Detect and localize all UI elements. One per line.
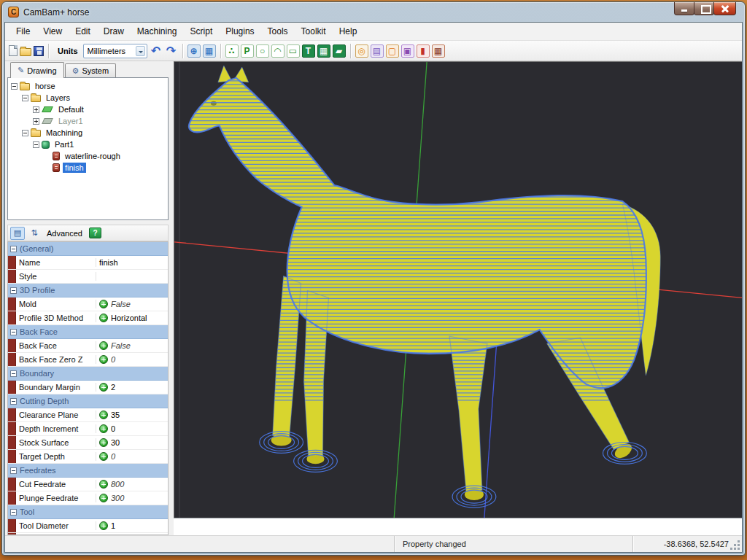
default-value-toggle-icon[interactable] (99, 494, 108, 502)
menu-item-draw[interactable]: Draw (97, 24, 131, 39)
draw-arc-button[interactable]: ◠ (271, 44, 285, 58)
menu-item-plugins[interactable]: Plugins (219, 24, 260, 39)
collapse-icon[interactable] (10, 246, 17, 252)
mop-pocket-button[interactable]: ▤ (371, 44, 384, 58)
collapse-icon[interactable] (10, 398, 17, 405)
property-value[interactable]: 1 (96, 519, 168, 532)
property-value[interactable]: 0 (96, 353, 168, 366)
property-row-depth-increment[interactable]: Depth Increment0 (8, 422, 168, 436)
save-file-button[interactable] (34, 46, 44, 56)
mop-lathe-button[interactable]: ▮ (417, 44, 430, 58)
tree-item-horse[interactable]: horse (8, 80, 168, 92)
default-value-toggle-icon[interactable] (99, 314, 108, 322)
property-row-profile-3d-method[interactable]: Profile 3D MethodHorizontal (8, 311, 168, 325)
draw-points-button[interactable]: ∴ (225, 44, 239, 58)
property-row-back-face[interactable]: Back FaceFalse (8, 339, 168, 353)
default-value-toggle-icon[interactable] (99, 300, 108, 308)
property-category--general-[interactable]: (General) (8, 242, 168, 256)
collapse-icon[interactable] (10, 287, 17, 294)
tree-item-layer1[interactable]: Layer1 (8, 115, 168, 127)
default-value-toggle-icon[interactable] (99, 452, 108, 461)
default-value-toggle-icon[interactable] (99, 411, 108, 419)
menu-item-script[interactable]: Script (184, 24, 220, 39)
sort-alphabetical-button[interactable]: ⇅ (27, 227, 42, 240)
mop-profile-button[interactable]: ▢ (386, 44, 399, 58)
collapse-icon[interactable] (11, 83, 18, 90)
grid-toggle-button[interactable]: ▦ (203, 44, 216, 58)
property-category-tool[interactable]: Tool (8, 505, 168, 519)
draw-region-button[interactable]: ▰ (333, 44, 346, 58)
draw-circle-button[interactable]: ○ (256, 44, 269, 58)
collapse-icon[interactable] (22, 95, 28, 101)
tree-item-layers[interactable]: Layers (8, 92, 168, 104)
default-value-toggle-icon[interactable] (99, 480, 108, 489)
menu-item-toolkit[interactable]: Toolkit (295, 24, 333, 39)
tree-item-machining[interactable]: Machining (8, 127, 168, 139)
minimize-button[interactable] (674, 2, 694, 15)
default-value-toggle-icon[interactable] (99, 521, 108, 530)
property-category-boundary[interactable]: Boundary (8, 367, 168, 381)
property-category-feedrates[interactable]: Feedrates (8, 464, 168, 478)
advanced-label[interactable]: Advanced (47, 229, 82, 238)
property-value[interactable]: 0 (96, 422, 168, 435)
property-row-plunge-feedrate[interactable]: Plunge Feedrate300 (8, 491, 168, 505)
menu-item-help[interactable]: Help (333, 24, 364, 39)
property-category-3d-profile[interactable]: 3D Profile (8, 284, 168, 298)
property-row-stock-surface[interactable]: Stock Surface30 (8, 436, 168, 450)
property-value[interactable]: 800 (96, 478, 168, 491)
collapse-icon[interactable] (10, 509, 17, 516)
default-value-toggle-icon[interactable] (99, 438, 108, 447)
draw-rect-button[interactable]: ▭ (287, 44, 300, 58)
expand-icon[interactable] (33, 106, 39, 113)
property-row-mold[interactable]: MoldFalse (8, 298, 168, 311)
property-row-name[interactable]: Namefinish (8, 256, 168, 270)
collapse-icon[interactable] (33, 141, 39, 148)
resize-grip[interactable] (731, 541, 740, 551)
collapse-icon[interactable] (10, 467, 17, 474)
property-category-cutting-depth[interactable]: Cutting Depth (8, 394, 168, 408)
property-row-cut-feedrate[interactable]: Cut Feedrate800 (8, 478, 168, 491)
collapse-icon[interactable] (10, 329, 17, 335)
menu-item-file[interactable]: File (9, 24, 36, 39)
tree-item-part1[interactable]: Part1 (8, 139, 168, 150)
expand-icon[interactable] (33, 118, 39, 125)
categorized-view-button[interactable]: ▤ (10, 227, 25, 240)
property-value[interactable]: finish (96, 256, 168, 269)
property-row-boundary-margin[interactable]: Boundary Margin2 (8, 381, 168, 394)
undo-button[interactable]: ↶ (150, 44, 163, 58)
mop-engrave-button[interactable]: ▣ (401, 44, 414, 58)
property-row-style[interactable]: Style (8, 270, 168, 284)
property-value[interactable]: 300 (96, 491, 168, 505)
mop-3d-profile-button[interactable]: ▦ (432, 44, 445, 58)
mop-drill-button[interactable]: ◎ (355, 44, 368, 58)
tab-system[interactable]: ⚙System (65, 63, 117, 77)
menu-item-machining[interactable]: Machining (131, 24, 184, 39)
draw-text-button[interactable]: T (302, 44, 315, 58)
menu-item-view[interactable]: View (36, 24, 69, 39)
maximize-button[interactable] (694, 2, 714, 15)
default-value-toggle-icon[interactable] (99, 424, 108, 433)
tree-item-default[interactable]: Default (8, 104, 168, 115)
property-row-clearance-plane[interactable]: Clearance Plane35 (8, 408, 168, 422)
property-category-back-face[interactable]: Back Face (8, 325, 168, 339)
property-row-tool-diameter[interactable]: Tool Diameter1 (8, 519, 168, 533)
redo-button[interactable]: ↷ (165, 44, 178, 58)
draw-polyline-button[interactable]: P (241, 44, 254, 58)
tree-item-waterline-rough[interactable]: waterline-rough (8, 150, 168, 162)
titlebar[interactable]: C CamBam+ horse (2, 2, 745, 22)
viewport-3d[interactable] (174, 61, 742, 518)
units-select[interactable]: Millimeters (83, 44, 147, 58)
property-row-target-depth[interactable]: Target Depth0 (8, 450, 168, 464)
default-value-toggle-icon[interactable] (99, 341, 108, 350)
property-value[interactable]: False (96, 339, 168, 352)
open-file-button[interactable] (20, 46, 31, 56)
menu-item-edit[interactable]: Edit (69, 24, 97, 39)
property-value[interactable]: 30 (96, 436, 168, 449)
zoom-fit-button[interactable]: ⊕ (187, 44, 201, 58)
menu-item-tools[interactable]: Tools (261, 24, 295, 39)
property-row-back-face-zero-z[interactable]: Back Face Zero Z0 (8, 353, 168, 367)
property-value[interactable]: 2 (96, 381, 168, 394)
property-value[interactable]: Horizontal (96, 311, 168, 324)
property-value[interactable] (96, 270, 168, 283)
collapse-icon[interactable] (22, 130, 28, 136)
